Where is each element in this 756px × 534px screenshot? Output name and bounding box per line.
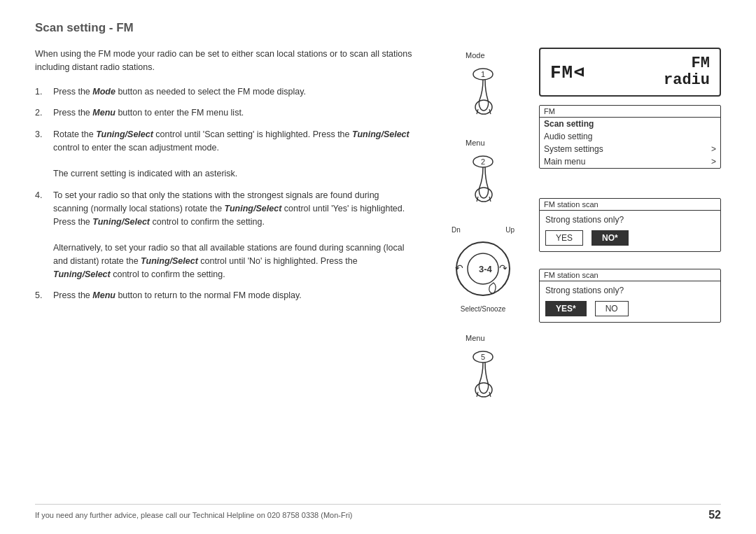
scan-panel-2-yes-button[interactable]: YES* [545,301,587,316]
menu-item-audio-label: Audio setting [544,132,592,141]
scan-panel-2-header: FM station scan [540,269,720,281]
step34-up-label: Up [505,226,514,234]
step-4-keyword1: Tuning/Select [225,204,282,213]
page: Scan setting - FM When using the FM mode… [0,0,756,534]
step-3: 3. Rotate the Tuning/Select control unti… [35,128,413,181]
step-5-keyword: Menu [92,290,115,300]
step-2: 2. Press the Menu button to enter the FM… [35,106,413,120]
menu-panel: FM Scan setting Audio setting System set… [539,105,721,169]
menu-item-scan-setting: Scan setting [540,118,720,130]
svg-point-17 [475,383,492,397]
content-area: When using the FM mode your radio can be… [35,48,721,400]
step-1: 1. Press the Mode button as needed to se… [35,85,413,99]
ui-panels-column: FM⊲ FM radiu FM Scan setting [539,48,721,400]
step5-hand-icon: 5 [458,344,507,400]
scan-panel-1-question: Strong stations only? [540,211,720,227]
step-4-keyword3: Tuning/Select [141,256,198,266]
svg-text:↷: ↷ [499,262,507,274]
step-3-keyword1: Tuning/Select [96,129,153,139]
scan-panel-2-buttons: YES* NO [540,298,720,322]
step1-diagram-label: Mode [465,51,485,59]
scan-panel-1-header: FM station scan [540,199,720,211]
menu-item-system-settings: System settings > [540,143,720,155]
scan-panel-1-yes-button[interactable]: YES [545,230,583,246]
fm-display-panel: FM⊲ FM radiu [539,48,721,97]
step-4-keyword2: Tuning/Select [92,217,150,227]
diagrams-row: Mode 1 [427,48,721,400]
step5-diagram-label: Menu [465,334,485,342]
page-title: Scan setting - FM [35,21,721,35]
menu-item-scan-label: Scan setting [544,119,594,129]
step-5-text: Press the Menu button to return to the n… [53,289,413,302]
step-3-text: Rotate the Tuning/Select control until '… [53,128,413,181]
step-3-num: 3. [35,128,53,181]
step-2-num: 2. [35,106,53,120]
step-3-keyword2: Tuning/Select [352,129,410,139]
step34-select-label: Select/Snooze [461,305,506,313]
svg-point-2 [475,100,492,114]
menu-item-system-arrow: > [711,144,716,154]
step-2-keyword: Menu [92,108,115,118]
step-4: 4. To set your radio so that only the st… [35,189,413,281]
svg-text:1: 1 [481,70,485,78]
step1-hand-icon: 1 [458,62,507,118]
step-4-keyword4: Tuning/Select [53,269,111,279]
menu-item-audio-setting: Audio setting [540,130,720,143]
diagrams-column: Mode 1 [427,48,539,400]
scan-panel-1-no-button[interactable]: NO* [592,230,629,246]
step34-rotary-icon: 3-4 ↶ ↷ [451,235,514,305]
menu-item-main-label: Main menu [544,157,585,167]
left-column: When using the FM mode your radio can be… [35,48,427,400]
scan-panel-1: FM station scan Strong stations only? YE… [539,198,721,252]
menu-item-main-arrow: > [711,157,716,167]
diagram-step34: Dn Up 3-4 ↶ ↷ [451,226,514,313]
diagram-step2: Menu 2 [458,139,507,205]
step-1-keyword: Mode [92,87,115,97]
scan-panel-2: FM station scan Strong stations only? YE… [539,269,721,323]
step-4-text: To set your radio so that only the stati… [53,189,413,281]
svg-text:5: 5 [481,353,485,361]
fm-display-right-line2: radiu [664,72,710,89]
page-number: 52 [708,509,721,521]
fm-display-left: FM⊲ [550,61,585,83]
svg-text:↶: ↶ [455,262,463,274]
step2-hand-icon: 2 [458,149,507,205]
fm-display-right-line1: FM [664,55,710,72]
step2-diagram-label: Menu [465,139,485,147]
steps-list: 1. Press the Mode button as needed to se… [35,85,413,303]
intro-text: When using the FM mode your radio can be… [35,48,413,74]
fm-display-right: FM radiu [664,55,710,89]
footer-helpline: If you need any further advice, please c… [35,511,353,519]
svg-text:3-4: 3-4 [479,264,493,274]
right-column: Mode 1 [427,48,721,400]
scan-panel-2-no-button[interactable]: NO [595,301,629,316]
menu-panel-header: FM [540,106,720,118]
scan-panel-1-buttons: YES NO* [540,227,720,251]
step-4-num: 4. [35,189,53,281]
step-5-num: 5. [35,289,53,302]
diagram-step5: Menu 5 [458,334,507,400]
menu-item-system-label: System settings [544,144,603,154]
diagram-step1: Mode 1 [458,51,507,118]
svg-point-7 [475,188,492,202]
menu-item-main-menu: Main menu > [540,155,720,168]
step-2-text: Press the Menu button to enter the FM me… [53,106,413,120]
page-footer: If you need any further advice, please c… [35,504,721,521]
step-1-text: Press the Mode button as needed to selec… [53,85,413,99]
step-5: 5. Press the Menu button to return to th… [35,289,413,302]
step34-dn-label: Dn [451,226,461,234]
step-1-num: 1. [35,85,53,99]
scan-panel-2-question: Strong stations only? [540,281,720,298]
svg-text:2: 2 [481,157,485,166]
